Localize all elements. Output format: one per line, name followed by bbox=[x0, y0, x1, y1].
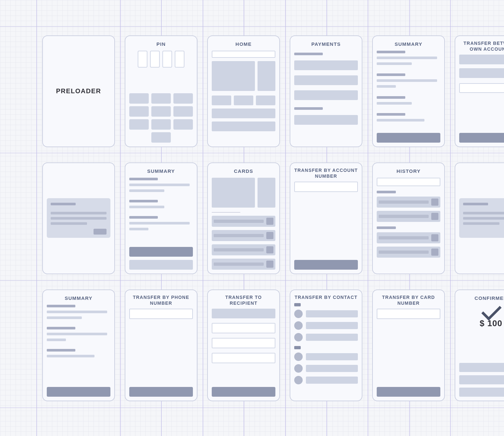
card-preview-alt[interactable] bbox=[258, 178, 275, 208]
hero-card[interactable] bbox=[212, 61, 255, 91]
screen-transfer-phone[interactable]: TRANSFER BY PHONE NUMBER bbox=[125, 289, 197, 401]
guide-h bbox=[0, 407, 504, 408]
card-action[interactable] bbox=[212, 244, 275, 255]
screen-transfer-own[interactable]: TRANSFER BETWEEN OWN ACCOUNTS bbox=[455, 35, 504, 147]
pin-digit[interactable] bbox=[175, 51, 184, 68]
card-action[interactable] bbox=[212, 216, 275, 227]
pin-digit[interactable] bbox=[150, 51, 160, 68]
form-input[interactable] bbox=[212, 323, 275, 333]
screen-title: HISTORY bbox=[377, 168, 440, 174]
value bbox=[377, 85, 396, 88]
guide-v bbox=[36, 0, 37, 436]
wireframe-canvas: PRELOADER PIN HOME bbox=[0, 0, 504, 436]
screen-transfer-contact[interactable]: TRANSFER BY CONTACT bbox=[290, 289, 362, 401]
pin-digit[interactable] bbox=[162, 51, 172, 68]
primary-button[interactable] bbox=[129, 387, 193, 397]
payment-row[interactable] bbox=[294, 115, 358, 125]
keypad-key[interactable] bbox=[173, 93, 193, 104]
dialog-heading bbox=[51, 203, 76, 205]
keypad-key[interactable] bbox=[151, 132, 171, 143]
primary-button[interactable] bbox=[377, 133, 440, 143]
screen-history[interactable]: HISTORY bbox=[372, 162, 445, 274]
keypad-key[interactable] bbox=[129, 119, 149, 130]
keypad-key[interactable] bbox=[173, 106, 193, 117]
modal-dialog bbox=[459, 198, 504, 238]
screen-payments[interactable]: PAYMENTS bbox=[290, 35, 362, 147]
list-row[interactable] bbox=[212, 109, 275, 118]
preloader-label: PRELOADER bbox=[56, 87, 101, 95]
payment-row[interactable] bbox=[294, 90, 358, 100]
keypad-key[interactable] bbox=[129, 93, 149, 104]
tile[interactable] bbox=[212, 96, 231, 105]
pin-digit[interactable] bbox=[138, 51, 147, 68]
screen-transfer-account[interactable]: TRANSFER BY ACCOUNT NUMBER bbox=[290, 162, 362, 274]
account-number-input[interactable] bbox=[294, 182, 358, 192]
card-action[interactable] bbox=[212, 259, 275, 270]
dialog-heading bbox=[463, 203, 488, 205]
screen-summary-3[interactable]: SUMMARY bbox=[42, 289, 115, 401]
contact-row[interactable] bbox=[294, 353, 358, 361]
screen-cards[interactable]: CARDS bbox=[207, 162, 280, 274]
history-row[interactable] bbox=[377, 247, 440, 258]
amount-input[interactable] bbox=[459, 83, 504, 93]
guide-v bbox=[368, 0, 368, 436]
screen-dialog-1[interactable] bbox=[42, 162, 115, 274]
primary-button[interactable] bbox=[459, 133, 504, 143]
keypad-key[interactable] bbox=[173, 119, 193, 130]
section-label bbox=[294, 53, 323, 55]
payment-row[interactable] bbox=[294, 75, 358, 85]
payment-row[interactable] bbox=[294, 60, 358, 70]
label bbox=[377, 113, 405, 116]
account-to[interactable] bbox=[459, 68, 504, 78]
form-input[interactable] bbox=[212, 353, 275, 363]
screen-title: SUMMARY bbox=[377, 41, 440, 47]
screen-preloader[interactable]: PRELOADER bbox=[42, 35, 115, 147]
phone-number-input[interactable] bbox=[129, 309, 193, 319]
contact-row[interactable] bbox=[294, 364, 358, 373]
primary-button[interactable] bbox=[129, 247, 193, 257]
screen-transfer-card[interactable]: TRANSFER BY CARD NUMBER bbox=[372, 289, 445, 401]
label bbox=[129, 216, 158, 219]
primary-button[interactable] bbox=[294, 260, 358, 270]
tile[interactable] bbox=[234, 96, 253, 105]
tile[interactable] bbox=[256, 96, 275, 105]
keypad-key[interactable] bbox=[151, 119, 171, 130]
primary-button[interactable] bbox=[212, 387, 275, 397]
contact-row[interactable] bbox=[294, 333, 358, 341]
contact-row[interactable] bbox=[294, 376, 358, 384]
side-card[interactable] bbox=[258, 61, 275, 91]
card-action[interactable] bbox=[212, 230, 275, 241]
screen-summary-1[interactable]: SUMMARY bbox=[372, 35, 445, 147]
keypad-key[interactable] bbox=[151, 106, 171, 117]
form-input[interactable] bbox=[212, 338, 275, 348]
screen-summary-2[interactable]: SUMMARY bbox=[125, 162, 197, 274]
list-row[interactable] bbox=[212, 122, 275, 131]
label bbox=[47, 349, 75, 352]
primary-button[interactable] bbox=[377, 387, 440, 397]
history-row[interactable] bbox=[377, 232, 440, 243]
card-number-input[interactable] bbox=[377, 309, 440, 319]
history-row[interactable] bbox=[377, 211, 440, 222]
card-preview[interactable] bbox=[212, 178, 255, 208]
primary-button[interactable] bbox=[47, 387, 110, 397]
dialog-ok-button[interactable] bbox=[94, 229, 107, 235]
avatar-icon bbox=[294, 364, 303, 373]
screen-pin[interactable]: PIN bbox=[125, 35, 197, 147]
amount-chip bbox=[431, 199, 438, 206]
account-from[interactable] bbox=[459, 55, 504, 64]
screen-home[interactable]: HOME bbox=[207, 35, 280, 147]
keypad-key[interactable] bbox=[129, 106, 149, 117]
screen-dialog-2[interactable] bbox=[455, 162, 504, 274]
modal-dialog bbox=[47, 198, 110, 238]
screen-title: PIN bbox=[129, 41, 193, 47]
screen-confirmed[interactable]: CONFIRMED $ 100 bbox=[455, 289, 504, 401]
search-input[interactable] bbox=[212, 51, 275, 58]
contact-row[interactable] bbox=[294, 321, 358, 330]
filter-input[interactable] bbox=[377, 178, 440, 186]
secondary-button[interactable] bbox=[129, 260, 193, 270]
recipient-card[interactable] bbox=[212, 309, 275, 318]
keypad-key[interactable] bbox=[151, 93, 171, 104]
history-row[interactable] bbox=[377, 197, 440, 208]
screen-transfer-recipient[interactable]: TRANSFER TO RECIPIENT bbox=[207, 289, 280, 401]
contact-row[interactable] bbox=[294, 310, 358, 318]
